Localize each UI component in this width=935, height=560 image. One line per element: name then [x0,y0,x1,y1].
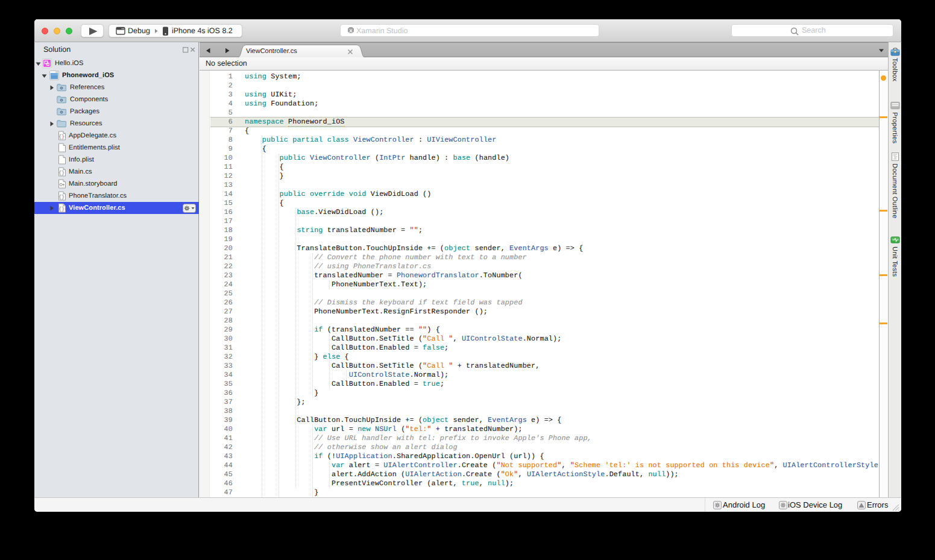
svg-text:{}: {} [58,206,65,212]
svg-text:{}: {} [58,194,65,200]
svg-text:{}: {} [58,134,65,140]
svg-text:{}: {} [58,170,65,176]
